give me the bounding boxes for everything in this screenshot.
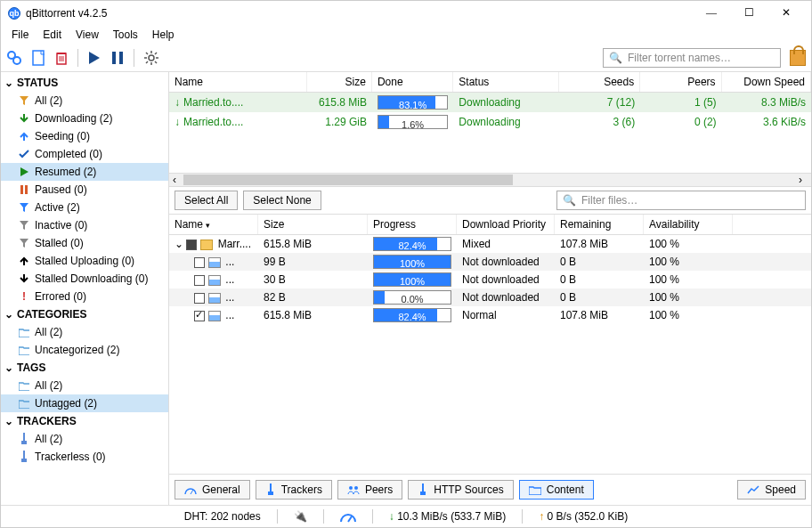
horizontal-scrollbar[interactable]: ‹› [169,173,811,187]
tab-http-sources[interactable]: HTTP Sources [408,480,513,500]
col-header[interactable]: Name [169,72,307,92]
menu-edit[interactable]: Edit [37,27,67,43]
menu-view[interactable]: View [70,27,104,43]
file-name: Marr.... [218,238,251,250]
sidebar-item[interactable]: Active (2) [1,199,168,216]
http-icon [418,483,428,496]
lock-icon[interactable] [790,50,806,66]
checkbox[interactable] [194,275,205,286]
col-header[interactable]: Size [307,72,372,92]
tab-general[interactable]: General [175,480,250,500]
progress-bar: 100% [373,272,451,287]
arrow-down-icon [19,273,29,284]
checkbox[interactable] [194,257,205,268]
tab-peers[interactable]: Peers [337,480,402,500]
svg-line-32 [348,516,352,522]
file-row[interactable]: ...99 B100%Not downloaded0 B100 % [169,253,811,271]
select-all-button[interactable]: Select All [175,191,238,210]
sidebar-item[interactable]: All (2) [1,323,168,341]
pause-icon[interactable] [110,50,125,66]
sidebar-item[interactable]: Trackerless (0) [1,448,168,466]
menu-tools[interactable]: Tools [108,27,143,43]
tab-content[interactable]: Content [519,480,594,500]
sidebar-item[interactable]: Downloading (2) [1,110,168,127]
col-header[interactable]: Status [453,72,558,92]
play-icon [19,167,29,177]
sidebar-item-label: Paused (0) [35,183,87,196]
col-header[interactable]: Name ▾ [169,215,258,234]
sidebar-item[interactable]: All (2) [1,430,168,448]
add-file-icon[interactable] [31,50,45,66]
settings-icon[interactable] [143,50,159,66]
sidebar-item-label: All (2) [35,433,62,445]
status-bar: DHT: 202 nodes 🔌 ↓ 10.3 MiB/s (533.7 MiB… [1,505,811,527]
sidebar-item[interactable]: !Errored (0) [1,288,168,305]
file-row[interactable]: ...82 B0.0%Not downloaded0 B100 % [169,288,811,306]
speedometer-icon[interactable] [340,510,356,523]
maximize-button[interactable]: ☐ [738,6,759,20]
minimize-button[interactable]: — [701,6,722,20]
sidebar-item-label: Untagged (2) [35,397,97,410]
sidebar-item[interactable]: Resumed (2) [1,163,168,181]
col-header[interactable]: Seeds [559,72,640,92]
checkbox[interactable] [194,311,205,321]
col-header[interactable]: Size [258,215,368,234]
sidebar-item[interactable]: All (2) [1,377,168,394]
sidebar-item[interactable]: Untagged (2) [1,394,168,412]
select-none-button[interactable]: Select None [243,191,321,210]
svg-rect-8 [112,52,116,64]
col-header[interactable]: Progress [368,215,457,234]
svg-point-1 [13,57,20,64]
sidebar-item[interactable]: Uncategorized (2) [1,341,168,359]
close-button[interactable]: ✕ [775,6,797,20]
bang-icon: ! [19,290,29,303]
add-link-icon[interactable] [6,50,22,66]
col-header[interactable]: Done [372,72,453,92]
menu-file[interactable]: File [6,27,34,43]
filter-torrents-input[interactable]: 🔍 Filter torrent names… [603,48,781,68]
search-placeholder: Filter torrent names… [628,52,731,64]
sidebar-item[interactable]: All (2) [1,92,168,110]
sidebar-item[interactable]: Completed (0) [1,145,168,163]
group-categories[interactable]: ⌄CATEGORIES [1,305,168,323]
col-header[interactable]: Availability [644,215,733,234]
menu-help[interactable]: Help [147,27,180,43]
sidebar-item[interactable]: Paused (0) [1,181,168,199]
sidebar-item[interactable]: Stalled Downloading (0) [1,270,168,288]
sidebar-item[interactable]: Stalled Uploading (0) [1,252,168,270]
tab-speed[interactable]: Speed [737,480,806,500]
sidebar-item[interactable]: Inactive (0) [1,216,168,234]
tab-trackers[interactable]: Trackers [256,480,332,500]
svg-line-15 [146,53,148,54]
file-remaining: 107.8 MiB [555,236,644,252]
filter-files-input[interactable]: 🔍 Filter files… [556,191,806,210]
sidebar-item[interactable]: Stalled (0) [1,234,168,252]
checkbox[interactable] [186,240,197,250]
col-header[interactable]: Down Speed [722,72,811,92]
sidebar-item[interactable]: Seeding (0) [1,127,168,145]
file-size: 82 B [258,289,368,305]
group-trackers[interactable]: ⌄TRACKERS [1,412,168,430]
pause-icon [19,184,29,195]
file-icon [208,293,221,304]
file-row[interactable]: ...615.8 MiB82.4%Normal107.8 MiB100 % [169,306,811,324]
file-row[interactable]: ...30 B100%Not downloaded0 B100 % [169,271,811,288]
checkbox[interactable] [194,293,205,304]
expand-icon[interactable]: ⌄ [175,238,186,250]
torrent-row[interactable]: ↓Married.to....615.8 MiB83.1%Downloading… [169,93,811,112]
col-header[interactable]: Remaining [555,215,644,234]
file-name: ... [225,256,234,268]
chevron-down-icon: ⌄ [4,77,13,89]
chart-icon [747,484,759,495]
svg-rect-23 [21,459,27,462]
col-header[interactable]: Download Priority [457,215,555,234]
menu-bar: FileEditViewToolsHelp [1,25,811,45]
torrent-row[interactable]: ↓Married.to....1.29 GiB1.6%Downloading3 … [169,112,811,132]
resume-icon[interactable] [87,50,102,66]
col-header[interactable]: Peers [640,72,721,92]
group-tags[interactable]: ⌄TAGS [1,359,168,377]
file-row[interactable]: ⌄ Marr....615.8 MiB82.4%Mixed107.8 MiB10… [169,235,811,253]
group-status[interactable]: ⌄STATUS [1,74,168,92]
sidebar: ⌄STATUSAll (2)Downloading (2)Seeding (0)… [1,72,169,505]
delete-icon[interactable] [54,50,69,66]
